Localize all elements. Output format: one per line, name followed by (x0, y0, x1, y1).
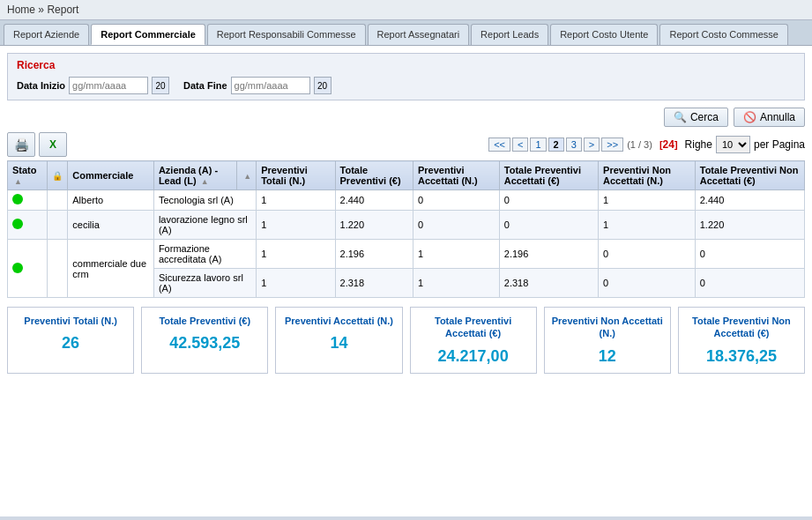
cell-tot_prev_non_acc: 1.220 (695, 211, 804, 240)
tab-leads[interactable]: Report Leads (471, 24, 548, 45)
per-page-select[interactable]: 10 25 50 (716, 136, 750, 153)
tab-aziende[interactable]: Report Aziende (4, 24, 89, 45)
cell-lock (48, 240, 68, 298)
status-dot (12, 194, 23, 204)
cell-prev_acc: 0 (413, 211, 499, 240)
toolbar: 🖨️ X << < 1 2 3 > >> (1 / 3) [24] Righe … (7, 132, 805, 157)
summary-title-5: Totale Preventivi Non Accettati (€) (686, 315, 797, 340)
cell-tot_prev: 2.440 (335, 190, 413, 211)
cerca-button[interactable]: 🔍 Cerca (664, 108, 728, 127)
cell-prev_non_acc: 0 (599, 269, 696, 298)
cell-tot_prev_non_acc: 2.440 (695, 190, 804, 211)
summary-title-3: Totale Preventivi Accettati (€) (418, 315, 529, 340)
cell-tot_prev_acc: 0 (499, 190, 598, 211)
action-buttons-row: 🔍 Cerca 🚫 Annulla (7, 108, 805, 127)
page-1-btn[interactable]: 1 (530, 137, 546, 152)
cell-prev_totali: 1 (257, 269, 335, 298)
page-2-btn[interactable]: 2 (548, 137, 564, 152)
tab-commerciale[interactable]: Report Commerciale (91, 24, 205, 45)
cell-tot_prev_non_acc: 0 (695, 269, 804, 298)
col-azienda: Azienda (A) - Lead (L) ▲ (153, 161, 236, 190)
per-pagina-label: per Pagina (754, 138, 805, 151)
cell-lock (48, 211, 68, 240)
cell-prev_acc: 1 (413, 240, 499, 269)
col-lock: 🔒 (48, 161, 68, 190)
cell-prev_non_acc: 1 (599, 211, 696, 240)
main-content: Ricerca Data Inizio 20 Data Fine 20 🔍 Ce… (0, 46, 812, 516)
summary-value-0: 26 (15, 334, 126, 353)
status-dot (12, 263, 23, 273)
annulla-button[interactable]: 🚫 Annulla (734, 108, 805, 127)
cell-prev_totali: 1 (257, 211, 335, 240)
col-commerciale: Commerciale (68, 161, 154, 190)
table-row: commerciale due crmFormazione accreditat… (8, 240, 805, 269)
data-fine-label: Data Fine (183, 80, 227, 91)
data-fine-input[interactable] (231, 77, 310, 94)
status-dot (12, 219, 23, 229)
summary-row: Preventivi Totali (N.)26Totale Preventiv… (7, 307, 805, 374)
data-fine-calendar-btn[interactable]: 20 (314, 77, 332, 94)
search-row: Data Inizio 20 Data Fine 20 (17, 77, 795, 94)
cell-lock (48, 190, 68, 211)
col-azienda-sort: ▲ (237, 161, 257, 190)
data-inizio-field: Data Inizio 20 (17, 77, 169, 94)
righe-label: Righe (685, 138, 712, 151)
cell-prev_totali: 1 (257, 190, 335, 211)
cell-stato (8, 211, 48, 240)
cell-tot_prev: 2.196 (335, 240, 413, 269)
cell-commerciale: cecilia (68, 211, 154, 240)
tab-costo-utente[interactable]: Report Costo Utente (550, 24, 658, 45)
cell-tot_prev: 1.220 (335, 211, 413, 240)
data-inizio-calendar-btn[interactable]: 20 (152, 77, 169, 94)
breadcrumb: Home » Report (0, 0, 812, 20)
col-prev-totali: Preventivi Totali (N.) (257, 161, 335, 190)
data-inizio-input[interactable] (69, 77, 148, 94)
summary-value-5: 18.376,25 (686, 347, 797, 366)
cell-azienda: Tecnologia srl (A) (153, 190, 256, 211)
col-prev-acc: Preventivi Accettati (N.) (413, 161, 499, 190)
cerca-label: Cerca (690, 111, 719, 123)
cell-prev_non_acc: 1 (599, 190, 696, 211)
excel-button[interactable]: X (39, 132, 67, 157)
summary-box-2: Preventivi Accettati (N.)14 (275, 307, 402, 374)
cell-azienda: lavorazione legno srl (A) (153, 211, 256, 240)
first-page-btn[interactable]: << (488, 137, 510, 152)
total-count: [24] (659, 138, 678, 151)
cell-prev_totali: 1 (257, 240, 335, 269)
breadcrumb-sep: » (38, 4, 44, 16)
tab-assegnatari[interactable]: Report Assegnatari (368, 24, 470, 45)
page-info: (1 / 3) (627, 139, 652, 150)
annulla-label: Annulla (760, 111, 795, 123)
summary-value-2: 14 (283, 334, 394, 353)
prev-page-btn[interactable]: < (512, 137, 528, 152)
data-inizio-label: Data Inizio (17, 80, 65, 91)
tabs-bar: Report Aziende Report Commerciale Report… (0, 20, 812, 46)
toolbar-left: 🖨️ X (7, 132, 67, 157)
col-stato: Stato ▲ (8, 161, 48, 190)
col-tot-prev-acc: Totale Preventivi Accettati (€) (499, 161, 598, 190)
col-tot-prev: Totale Preventivi (€) (335, 161, 413, 190)
page-3-btn[interactable]: 3 (566, 137, 582, 152)
breadcrumb-home[interactable]: Home (7, 4, 35, 16)
cell-azienda: Formazione accreditata (A) (153, 240, 256, 269)
breadcrumb-current: Report (47, 4, 78, 16)
data-table: Stato ▲ 🔒 Commerciale Azienda (A) - Lead… (7, 160, 805, 298)
tab-costo-commesse[interactable]: Report Costo Commesse (659, 24, 788, 45)
cancel-icon: 🚫 (743, 111, 756, 123)
print-button[interactable]: 🖨️ (7, 132, 35, 157)
data-fine-field: Data Fine 20 (183, 77, 332, 94)
tab-responsabili[interactable]: Report Responsabili Commesse (207, 24, 366, 45)
cell-commerciale: Alberto (68, 190, 154, 211)
search-title: Ricerca (17, 59, 795, 71)
last-page-btn[interactable]: >> (601, 137, 623, 152)
table-row: AlbertoTecnologia srl (A)12.4400012.440 (8, 190, 805, 211)
summary-title-2: Preventivi Accettati (N.) (283, 315, 394, 327)
table-row: cecilialavorazione legno srl (A)11.22000… (8, 211, 805, 240)
summary-title-1: Totale Preventivi (€) (149, 315, 260, 327)
pagination: << < 1 2 3 > >> (488, 137, 623, 152)
toolbar-right: << < 1 2 3 > >> (1 / 3) [24] Righe 10 25… (488, 136, 805, 153)
col-prev-non-acc: Preventivi Non Accettati (N.) (599, 161, 696, 190)
cell-prev_non_acc: 0 (599, 240, 696, 269)
search-icon: 🔍 (674, 111, 687, 123)
next-page-btn[interactable]: > (584, 137, 600, 152)
